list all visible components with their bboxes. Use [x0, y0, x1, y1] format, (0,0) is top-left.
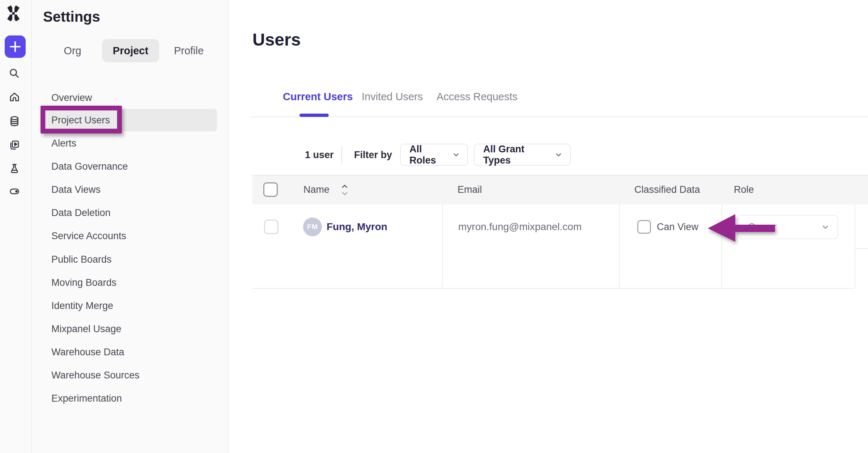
select-all-checkbox[interactable] [263, 182, 278, 197]
column-divider [855, 204, 855, 288]
column-divider [442, 204, 443, 288]
sidebar-item-service-accounts[interactable]: Service Accounts [51, 224, 126, 247]
sidebar-item-data-views[interactable]: Data Views [51, 178, 101, 201]
tab-invited-users[interactable]: Invited Users [362, 89, 423, 105]
user-avatar: FM [303, 217, 322, 236]
all-roles-dropdown[interactable]: All Roles [400, 144, 468, 166]
mixpanel-x-logo-icon [5, 5, 22, 22]
sidebar-item-warehouse-sources[interactable]: Warehouse Sources [51, 364, 140, 387]
mixpanel-logo[interactable] [5, 5, 22, 22]
role-dropdown[interactable]: Owner [738, 215, 838, 239]
all-roles-label: All Roles [409, 144, 447, 166]
column-header-email: Email [458, 175, 482, 204]
sidebar-item-alerts[interactable]: Alerts [51, 132, 76, 155]
filter-by-label: Filter by [354, 144, 392, 166]
icon-rail [0, 0, 32, 453]
row-select-checkbox[interactable] [264, 220, 278, 234]
row-bottom-border [252, 288, 855, 289]
scope-tab-profile[interactable]: Profile [171, 39, 207, 62]
classified-data-label: Can View [657, 217, 698, 236]
sort-arrows-icon [342, 184, 348, 196]
rail-item-experiments[interactable] [7, 161, 22, 177]
column-header-classified-data: Classified Data [634, 175, 700, 204]
rail-item-search[interactable] [7, 65, 22, 81]
search-icon [8, 67, 21, 80]
active-tab-indicator [299, 114, 329, 117]
tab-divider-line [250, 117, 868, 117]
plus-icon [10, 41, 21, 52]
chevron-down-icon [454, 153, 459, 157]
column-divider [619, 204, 620, 288]
sidebar-item-mixpanel-usage[interactable]: Mixpanel Usage [51, 317, 122, 340]
tab-current-users[interactable]: Current Users [283, 89, 353, 105]
home-icon [8, 90, 21, 103]
chevron-down-icon [556, 153, 561, 157]
scope-tab-org[interactable]: Org [54, 39, 92, 62]
database-icon [8, 115, 21, 128]
sidebar-item-warehouse-data[interactable]: Warehouse Data [51, 340, 124, 364]
user-email: myron.fung@mixpanel.com [458, 217, 582, 236]
rail-item-boards[interactable] [7, 137, 22, 153]
boards-icon [8, 139, 21, 152]
user-name-link[interactable]: Fung, Myron [327, 217, 387, 236]
rail-item-data[interactable] [7, 113, 22, 129]
page-title: Users [252, 30, 301, 50]
sidebar-item-identity-merge[interactable]: Identity Merge [51, 294, 113, 317]
column-header-name: Name [303, 175, 329, 204]
classified-data-checkbox[interactable] [637, 220, 651, 234]
sidebar-item-public-boards[interactable]: Public Boards [51, 248, 112, 271]
filter-divider [341, 146, 342, 164]
toggle-icon [8, 185, 21, 198]
role-value: Owner [748, 221, 777, 233]
all-grant-types-dropdown[interactable]: All Grant Types [474, 144, 571, 166]
column-divider [722, 204, 722, 288]
create-new-button[interactable] [5, 35, 26, 58]
main-content: Users Current Users Invited Users Access… [229, 0, 868, 453]
sidebar-item-project-users[interactable]: Project Users [51, 109, 110, 132]
sidebar-item-data-deletion[interactable]: Data Deletion [51, 201, 111, 224]
sort-name-control[interactable] [342, 184, 348, 198]
sidebar-item-moving-boards[interactable]: Moving Boards [51, 271, 116, 294]
flask-icon [8, 162, 21, 175]
sidebar-item-data-governance[interactable]: Data Governance [51, 155, 128, 178]
sidebar-item-experimentation[interactable]: Experimentation [51, 387, 122, 410]
rail-item-home[interactable] [7, 89, 22, 105]
settings-page: Settings Org Project Profile Overview Pr… [0, 0, 868, 453]
settings-title: Settings [43, 9, 100, 25]
tab-access-requests[interactable]: Access Requests [437, 89, 518, 105]
sidebar-item-overview[interactable]: Overview [51, 86, 92, 109]
rail-item-toggle[interactable] [7, 183, 22, 199]
column-header-role: Role [734, 175, 754, 204]
row-divider-partial [855, 248, 868, 249]
scope-tab-project[interactable]: Project [102, 39, 159, 62]
all-grant-types-label: All Grant Types [483, 144, 549, 166]
settings-sidebar: Settings Org Project Profile Overview Pr… [32, 0, 229, 453]
user-count: 1 user [305, 144, 334, 166]
chevron-down-icon [822, 225, 828, 229]
